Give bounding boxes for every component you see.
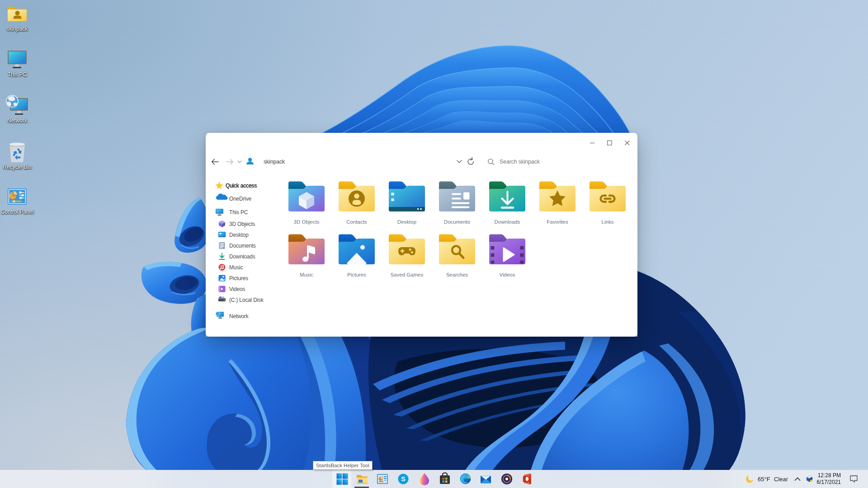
svg-text:Documents: Documents — [229, 243, 256, 249]
svg-text:Desktop: Desktop — [229, 232, 249, 238]
svg-text:skinpack: skinpack — [264, 159, 285, 165]
svg-text:Quick access: Quick access — [226, 183, 257, 189]
svg-text:S: S — [401, 475, 406, 483]
svg-text:Search skinpack: Search skinpack — [500, 159, 540, 165]
svg-text:Music: Music — [229, 264, 243, 271]
svg-text:3D Objects: 3D Objects — [229, 221, 255, 227]
svg-text:Downloads: Downloads — [229, 253, 255, 260]
svg-text:Network: Network — [229, 313, 249, 319]
svg-text:Videos: Videos — [229, 286, 245, 292]
svg-text:OneDrive: OneDrive — [229, 196, 252, 202]
svg-text:Pictures: Pictures — [229, 275, 248, 282]
svg-text:This PC: This PC — [229, 209, 248, 216]
svg-text:(C:) Local Disk: (C:) Local Disk — [229, 297, 264, 303]
